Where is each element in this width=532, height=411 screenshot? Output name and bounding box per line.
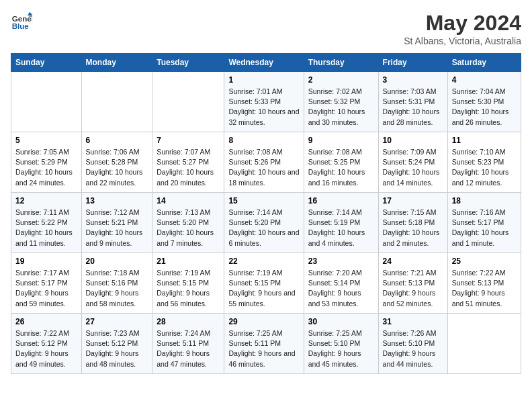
day-info: Sunrise: 7:02 AMSunset: 5:32 PMDaylight:… bbox=[308, 87, 374, 128]
day-header-wednesday: Wednesday bbox=[224, 54, 304, 72]
day-header-tuesday: Tuesday bbox=[152, 54, 224, 72]
day-number: 23 bbox=[308, 257, 374, 266]
day-info: Sunrise: 7:16 AMSunset: 5:17 PMDaylight:… bbox=[452, 208, 517, 248]
week-row-2: 5 Sunrise: 7:05 AMSunset: 5:29 PMDayligh… bbox=[11, 132, 521, 193]
day-cell: 26 Sunrise: 7:22 AMSunset: 5:12 PMDaylig… bbox=[11, 314, 82, 374]
day-header-friday: Friday bbox=[378, 54, 447, 72]
day-cell bbox=[11, 72, 82, 132]
logo-icon: General Blue bbox=[11, 11, 32, 32]
day-number: 22 bbox=[228, 257, 299, 266]
day-number: 18 bbox=[452, 196, 517, 205]
day-info: Sunrise: 7:14 AMSunset: 5:20 PMDaylight:… bbox=[228, 208, 299, 248]
week-row-5: 26 Sunrise: 7:22 AMSunset: 5:12 PMDaylig… bbox=[11, 314, 521, 374]
day-info: Sunrise: 7:20 AMSunset: 5:14 PMDaylight:… bbox=[308, 268, 374, 309]
day-cell: 3 Sunrise: 7:03 AMSunset: 5:31 PMDayligh… bbox=[378, 72, 447, 132]
day-number: 15 bbox=[228, 196, 299, 205]
day-info: Sunrise: 7:14 AMSunset: 5:19 PMDaylight:… bbox=[308, 208, 374, 248]
day-number: 17 bbox=[383, 196, 443, 205]
day-number: 10 bbox=[383, 136, 443, 145]
logo: General Blue bbox=[11, 11, 32, 32]
calendar-table: SundayMondayTuesdayWednesdayThursdayFrid… bbox=[11, 53, 521, 374]
day-info: Sunrise: 7:06 AMSunset: 5:28 PMDaylight:… bbox=[86, 147, 148, 188]
day-cell: 8 Sunrise: 7:08 AMSunset: 5:26 PMDayligh… bbox=[224, 132, 304, 193]
day-cell: 15 Sunrise: 7:14 AMSunset: 5:20 PMDaylig… bbox=[224, 193, 304, 253]
day-cell: 25 Sunrise: 7:22 AMSunset: 5:13 PMDaylig… bbox=[447, 253, 521, 314]
day-number: 21 bbox=[157, 257, 220, 266]
day-cell: 1 Sunrise: 7:01 AMSunset: 5:33 PMDayligh… bbox=[224, 72, 304, 132]
day-cell: 20 Sunrise: 7:18 AMSunset: 5:16 PMDaylig… bbox=[81, 253, 152, 314]
day-cell: 16 Sunrise: 7:14 AMSunset: 5:19 PMDaylig… bbox=[304, 193, 378, 253]
title-block: May 2024 St Albans, Victoria, Australia bbox=[404, 11, 521, 46]
day-number: 2 bbox=[308, 75, 374, 85]
day-info: Sunrise: 7:01 AMSunset: 5:33 PMDaylight:… bbox=[228, 87, 299, 128]
day-number: 4 bbox=[452, 75, 517, 85]
day-info: Sunrise: 7:19 AMSunset: 5:15 PMDaylight:… bbox=[157, 268, 220, 309]
day-cell: 22 Sunrise: 7:19 AMSunset: 5:15 PMDaylig… bbox=[224, 253, 304, 314]
day-info: Sunrise: 7:25 AMSunset: 5:11 PMDaylight:… bbox=[228, 328, 299, 369]
day-number: 5 bbox=[15, 136, 77, 145]
day-number: 13 bbox=[86, 196, 148, 205]
day-info: Sunrise: 7:23 AMSunset: 5:12 PMDaylight:… bbox=[86, 328, 148, 369]
day-info: Sunrise: 7:12 AMSunset: 5:21 PMDaylight:… bbox=[86, 208, 148, 248]
day-header-thursday: Thursday bbox=[304, 54, 378, 72]
week-row-4: 19 Sunrise: 7:17 AMSunset: 5:17 PMDaylig… bbox=[11, 253, 521, 314]
day-number: 3 bbox=[383, 75, 443, 85]
day-info: Sunrise: 7:22 AMSunset: 5:13 PMDaylight:… bbox=[452, 268, 517, 309]
page-header: General Blue May 2024 St Albans, Victori… bbox=[11, 11, 521, 46]
day-info: Sunrise: 7:19 AMSunset: 5:15 PMDaylight:… bbox=[228, 268, 299, 309]
day-cell: 2 Sunrise: 7:02 AMSunset: 5:32 PMDayligh… bbox=[304, 72, 378, 132]
day-number: 11 bbox=[452, 136, 517, 145]
calendar-body: 1 Sunrise: 7:01 AMSunset: 5:33 PMDayligh… bbox=[11, 72, 521, 374]
day-number: 6 bbox=[86, 136, 148, 145]
day-cell: 11 Sunrise: 7:10 AMSunset: 5:23 PMDaylig… bbox=[447, 132, 521, 193]
calendar-header: SundayMondayTuesdayWednesdayThursdayFrid… bbox=[11, 54, 521, 72]
day-info: Sunrise: 7:07 AMSunset: 5:27 PMDaylight:… bbox=[157, 147, 220, 188]
day-cell: 6 Sunrise: 7:06 AMSunset: 5:28 PMDayligh… bbox=[81, 132, 152, 193]
day-number: 25 bbox=[452, 257, 517, 266]
day-number: 12 bbox=[15, 196, 77, 205]
day-info: Sunrise: 7:08 AMSunset: 5:26 PMDaylight:… bbox=[228, 147, 299, 188]
month-year-title: May 2024 bbox=[404, 11, 521, 36]
location-subtitle: St Albans, Victoria, Australia bbox=[404, 36, 521, 46]
day-info: Sunrise: 7:08 AMSunset: 5:25 PMDaylight:… bbox=[308, 147, 374, 188]
day-info: Sunrise: 7:24 AMSunset: 5:11 PMDaylight:… bbox=[157, 328, 220, 369]
day-cell: 23 Sunrise: 7:20 AMSunset: 5:14 PMDaylig… bbox=[304, 253, 378, 314]
day-info: Sunrise: 7:26 AMSunset: 5:10 PMDaylight:… bbox=[383, 328, 443, 369]
day-info: Sunrise: 7:09 AMSunset: 5:24 PMDaylight:… bbox=[383, 147, 443, 188]
day-cell: 5 Sunrise: 7:05 AMSunset: 5:29 PMDayligh… bbox=[11, 132, 82, 193]
day-info: Sunrise: 7:21 AMSunset: 5:13 PMDaylight:… bbox=[383, 268, 443, 309]
day-cell: 4 Sunrise: 7:04 AMSunset: 5:30 PMDayligh… bbox=[447, 72, 521, 132]
week-row-3: 12 Sunrise: 7:11 AMSunset: 5:22 PMDaylig… bbox=[11, 193, 521, 253]
svg-text:Blue: Blue bbox=[12, 22, 30, 30]
day-cell: 30 Sunrise: 7:25 AMSunset: 5:10 PMDaylig… bbox=[304, 314, 378, 374]
day-number: 16 bbox=[308, 196, 374, 205]
day-number: 27 bbox=[86, 317, 148, 326]
day-cell: 31 Sunrise: 7:26 AMSunset: 5:10 PMDaylig… bbox=[378, 314, 447, 374]
day-cell: 19 Sunrise: 7:17 AMSunset: 5:17 PMDaylig… bbox=[11, 253, 82, 314]
day-cell: 13 Sunrise: 7:12 AMSunset: 5:21 PMDaylig… bbox=[81, 193, 152, 253]
day-cell: 12 Sunrise: 7:11 AMSunset: 5:22 PMDaylig… bbox=[11, 193, 82, 253]
day-info: Sunrise: 7:18 AMSunset: 5:16 PMDaylight:… bbox=[86, 268, 148, 309]
day-info: Sunrise: 7:25 AMSunset: 5:10 PMDaylight:… bbox=[308, 328, 374, 369]
week-row-1: 1 Sunrise: 7:01 AMSunset: 5:33 PMDayligh… bbox=[11, 72, 521, 132]
day-number: 9 bbox=[308, 136, 374, 145]
day-cell: 7 Sunrise: 7:07 AMSunset: 5:27 PMDayligh… bbox=[152, 132, 224, 193]
day-number: 24 bbox=[383, 257, 443, 266]
day-number: 7 bbox=[157, 136, 220, 145]
day-number: 30 bbox=[308, 317, 374, 326]
day-cell: 28 Sunrise: 7:24 AMSunset: 5:11 PMDaylig… bbox=[152, 314, 224, 374]
day-number: 14 bbox=[157, 196, 220, 205]
day-cell: 24 Sunrise: 7:21 AMSunset: 5:13 PMDaylig… bbox=[378, 253, 447, 314]
day-cell bbox=[81, 72, 152, 132]
header-row: SundayMondayTuesdayWednesdayThursdayFrid… bbox=[11, 54, 521, 72]
day-number: 20 bbox=[86, 257, 148, 266]
day-info: Sunrise: 7:05 AMSunset: 5:29 PMDaylight:… bbox=[15, 147, 77, 188]
day-cell: 9 Sunrise: 7:08 AMSunset: 5:25 PMDayligh… bbox=[304, 132, 378, 193]
day-cell: 29 Sunrise: 7:25 AMSunset: 5:11 PMDaylig… bbox=[224, 314, 304, 374]
day-number: 28 bbox=[157, 317, 220, 326]
day-header-saturday: Saturday bbox=[447, 54, 521, 72]
day-number: 8 bbox=[228, 136, 299, 145]
day-info: Sunrise: 7:17 AMSunset: 5:17 PMDaylight:… bbox=[15, 268, 77, 309]
day-cell: 17 Sunrise: 7:15 AMSunset: 5:18 PMDaylig… bbox=[378, 193, 447, 253]
day-number: 29 bbox=[228, 317, 299, 326]
